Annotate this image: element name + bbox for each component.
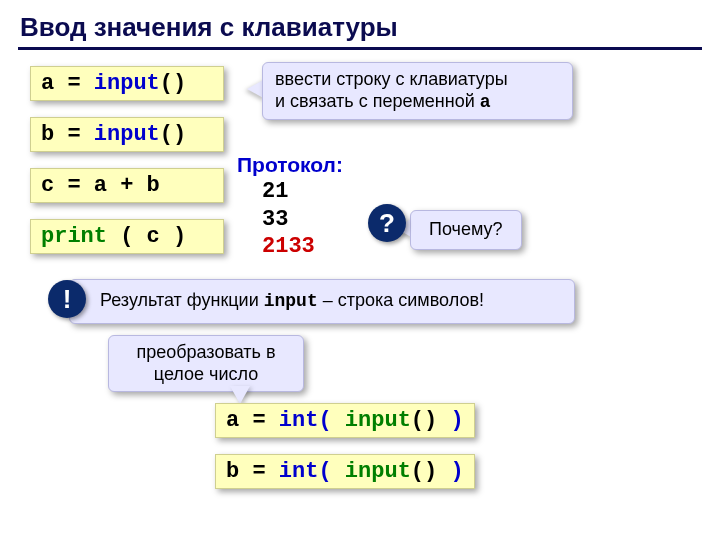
callout-tail-icon xyxy=(230,386,250,404)
exclaim-badge-icon: ! xyxy=(48,280,86,318)
code-token: a xyxy=(41,71,54,96)
callout-text: и связать с переменной xyxy=(275,91,480,111)
page-title: Ввод значения с клавиатуры xyxy=(20,12,398,43)
callout-text: ввести строку с клавиатуры xyxy=(275,69,508,89)
code-token: () xyxy=(411,408,437,433)
code-token: a xyxy=(226,408,239,433)
code-token: () xyxy=(411,459,437,484)
callout-input-explain: ввести строку с клавиатуры и связать с п… xyxy=(262,62,573,120)
callout-text: Результат функции xyxy=(100,290,264,310)
callout-text: – строка символов! xyxy=(318,290,484,310)
code-token: ) xyxy=(450,408,463,433)
code-token: = xyxy=(67,122,80,147)
protocol-result: 2133 xyxy=(262,233,315,261)
callout-text: целое число xyxy=(154,364,258,384)
code-token: input xyxy=(345,459,411,484)
code-token: input xyxy=(94,122,160,147)
code-token: ) xyxy=(450,459,463,484)
code-token: c xyxy=(41,173,54,198)
code-token: a + b xyxy=(94,173,160,198)
protocol-label: Протокол: xyxy=(237,153,343,177)
protocol-line: 33 xyxy=(262,206,315,234)
code-token: b xyxy=(41,122,54,147)
code-token: = xyxy=(67,173,80,198)
code-token: int( xyxy=(279,459,332,484)
callout-text: преобразовать в xyxy=(136,342,275,362)
title-underline xyxy=(18,47,702,50)
callout-why: Почему? xyxy=(410,210,522,250)
code-token: () xyxy=(160,122,186,147)
callout-text: Почему? xyxy=(429,219,503,239)
code-token: = xyxy=(252,459,265,484)
code-token: = xyxy=(67,71,80,96)
code-a-input: a = input() xyxy=(30,66,224,101)
protocol-line: 21 xyxy=(262,178,315,206)
code-print: print ( c ) xyxy=(30,219,224,254)
code-a-int-input: a = int( input() ) xyxy=(215,403,475,438)
question-badge-icon: ? xyxy=(368,204,406,242)
code-token: ( c ) xyxy=(120,224,186,249)
code-token: print xyxy=(41,224,107,249)
code-b-input: b = input() xyxy=(30,117,224,152)
code-c-sum: c = a + b xyxy=(30,168,224,203)
code-token: input xyxy=(345,408,411,433)
code-token: b xyxy=(226,459,239,484)
callout-text-mono: input xyxy=(264,291,318,311)
code-token: () xyxy=(160,71,186,96)
protocol-values: 21 33 2133 xyxy=(262,178,315,261)
callout-text-mono: a xyxy=(480,92,491,112)
code-b-int-input: b = int( input() ) xyxy=(215,454,475,489)
callout-convert: преобразовать в целое число xyxy=(108,335,304,392)
callout-result: Результат функции input – строка символо… xyxy=(69,279,575,324)
code-token: input xyxy=(94,71,160,96)
code-token: int( xyxy=(279,408,332,433)
code-token: = xyxy=(252,408,265,433)
